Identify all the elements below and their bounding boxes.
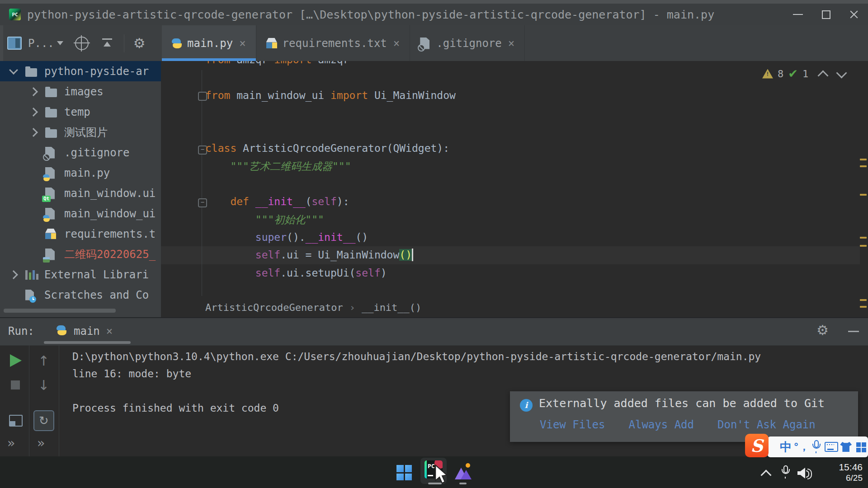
gear-icon[interactable]: ⚙ <box>816 324 829 337</box>
console-line: line 16: mode: byte <box>72 365 859 382</box>
notification-action-Always Add[interactable]: Always Add <box>629 418 694 431</box>
tree-item-main.py[interactable]: main.py <box>0 163 161 183</box>
tab-requirements.txt[interactable]: requirements.txt× <box>256 25 410 61</box>
tree-item-temp[interactable]: temp <box>0 102 161 122</box>
tree-item-python-pyside-ar[interactable]: python-pyside-ar <box>0 61 161 81</box>
breadcrumb: ArtisticQrcodeGenerator›__init__() <box>205 298 421 317</box>
tree-rows: python-pyside-arimagestemp测试图片.gitignore… <box>0 61 161 305</box>
ime-language-toggle[interactable]: 中 <box>778 439 793 455</box>
code-line: super().__init__() <box>205 229 456 246</box>
collapse-all-icon[interactable] <box>101 38 113 49</box>
divider <box>124 34 124 52</box>
tab-close-icon[interactable]: × <box>508 37 514 50</box>
more-icon[interactable]: » <box>37 436 45 450</box>
image-file-icon <box>45 248 59 261</box>
tab-main.py[interactable]: main.py× <box>162 25 256 61</box>
gear-icon[interactable]: ⚙ <box>133 37 146 50</box>
tab-.gitignore[interactable]: .gitignore× <box>410 25 525 61</box>
tree-item-External Librari[interactable]: External Librari <box>0 264 161 285</box>
microphone-icon[interactable] <box>809 440 824 454</box>
tree-chevron-icon[interactable] <box>22 109 45 115</box>
tree-item-main_window_ui[interactable]: main_window_ui <box>0 203 161 224</box>
python-icon <box>57 325 68 337</box>
stop-button[interactable] <box>11 380 20 389</box>
restore-button[interactable] <box>812 4 840 25</box>
project-pane-label[interactable]: P... <box>28 37 54 50</box>
stripe-mark[interactable] <box>860 306 867 308</box>
stripe-mark[interactable] <box>860 159 867 160</box>
stripe-mark[interactable] <box>860 299 867 301</box>
run-panel-header: Run: main × ⚙ <box>0 318 868 346</box>
tree-item-测试图片[interactable]: 测试图片 <box>0 122 161 142</box>
tree-chevron-icon[interactable] <box>22 129 45 136</box>
pycharm-window: PC python-pyside-artistic-qrcode-generat… <box>0 0 868 488</box>
previous-problem-icon[interactable] <box>818 70 829 81</box>
code-line: self.ui = Ui_MainWindow() <box>205 246 456 264</box>
minimize-button[interactable] <box>784 4 812 25</box>
project-tool-window-icon[interactable] <box>7 37 22 50</box>
rerun-button[interactable] <box>10 354 22 367</box>
gitignore-file-icon <box>420 37 431 50</box>
stripe-mark[interactable] <box>860 194 867 196</box>
tree-item-label: main_window_ui <box>64 207 156 220</box>
toolbar-row: P... ⚙ main.py×requirements.txt×.gitigno… <box>0 25 868 61</box>
close-icon[interactable]: × <box>106 325 113 338</box>
skin-icon[interactable] <box>839 442 854 452</box>
sogou-logo-icon[interactable]: S <box>745 434 769 457</box>
pin-tab-icon[interactable] <box>9 415 23 427</box>
code-line: from amzqr import amzqr <box>205 61 456 69</box>
stripe-mark[interactable] <box>860 165 867 167</box>
tree-chevron-icon[interactable] <box>2 69 25 73</box>
code-line <box>205 69 456 86</box>
python-icon <box>172 38 182 48</box>
code-editor[interactable]: − − from amzqr import amzqrfrom main_win… <box>161 61 868 317</box>
notification-action-Don't Ask Again[interactable]: Don't Ask Again <box>717 418 816 431</box>
passed-count: 1 <box>802 68 808 80</box>
run-tab[interactable]: main × <box>44 318 113 344</box>
more-icon[interactable]: » <box>7 436 15 450</box>
ime-punctuation-toggle[interactable]: °， <box>793 440 809 454</box>
breadcrumb-method[interactable]: __init__() <box>362 302 421 313</box>
close-button[interactable] <box>840 4 868 25</box>
locate-file-icon[interactable] <box>75 37 89 50</box>
code-line <box>205 175 456 193</box>
tree-item-main_window.ui[interactable]: Qtmain_window.ui <box>0 183 161 203</box>
time: 15:46 <box>824 461 863 473</box>
app-taskbar-button[interactable] <box>454 463 472 480</box>
stripe-mark[interactable] <box>860 245 867 247</box>
tab-close-icon[interactable]: × <box>239 37 245 50</box>
start-button[interactable] <box>396 465 412 480</box>
tree-item-Scratches and Co[interactable]: Scratches and Co <box>0 285 161 305</box>
code-line <box>205 122 456 140</box>
project-pane-header: P... ⚙ <box>0 25 146 61</box>
up-arrow-icon[interactable]: ↑ <box>38 354 49 368</box>
project-tree[interactable]: python-pyside-arimagestemp测试图片.gitignore… <box>0 61 161 317</box>
tree-chevron-icon[interactable] <box>2 272 25 278</box>
chevron-down-icon[interactable] <box>57 41 63 45</box>
restore-layout-button[interactable]: ↻ <box>33 410 54 431</box>
inspections-widget[interactable]: 8 ✔ 1 <box>762 65 845 83</box>
speaker-icon[interactable] <box>797 468 813 479</box>
tree-item-二维码20220625_[interactable]: 二维码20220625_ <box>0 244 161 264</box>
tree-chevron-icon[interactable] <box>22 89 45 95</box>
ime-toolbar: 中 °， S <box>745 434 868 458</box>
hide-panel-icon[interactable] <box>848 331 859 332</box>
tab-label: .gitignore <box>436 37 502 50</box>
next-problem-icon[interactable] <box>836 67 847 78</box>
down-arrow-icon[interactable]: ↓ <box>38 379 49 392</box>
stripe-mark[interactable] <box>860 237 867 239</box>
tab-close-icon[interactable]: × <box>393 37 400 50</box>
title-bar[interactable]: PC python-pyside-artistic-qrcode-generat… <box>0 4 868 25</box>
taskbar-clock[interactable]: 15:46 6/25 <box>824 461 863 483</box>
tree-item-.gitignore[interactable]: .gitignore <box>0 142 161 163</box>
tree-item-label: requirements.t <box>64 228 156 240</box>
tree-item-requirements.t[interactable]: requirements.t <box>0 224 161 244</box>
keyboard-icon[interactable] <box>824 442 839 452</box>
warning-icon <box>762 69 773 79</box>
breadcrumb-class[interactable]: ArtisticQrcodeGenerator <box>205 302 343 313</box>
tree-item-images[interactable]: images <box>0 81 161 102</box>
tree-horizontal-scrollbar[interactable] <box>4 309 116 313</box>
notification-action-View Files[interactable]: View Files <box>540 418 605 431</box>
code-area[interactable]: from amzqr import amzqrfrom main_window_… <box>205 61 456 282</box>
libraries-icon <box>25 268 39 281</box>
